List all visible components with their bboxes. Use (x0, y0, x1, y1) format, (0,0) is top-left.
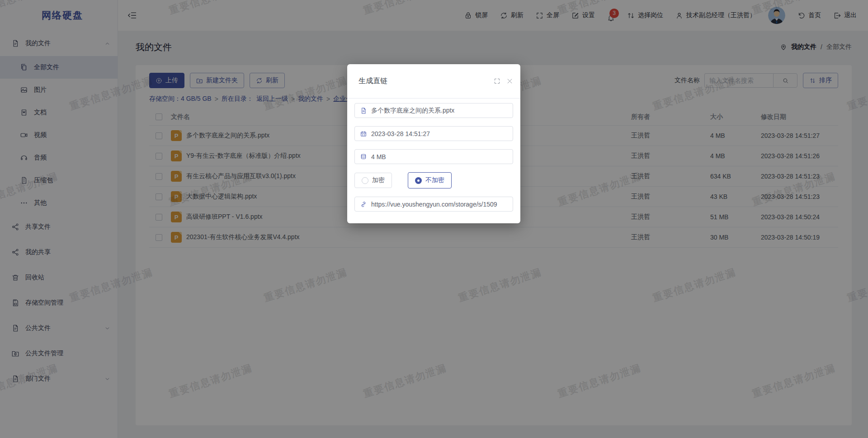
generate-link-modal: 生成直链 多个数字底座之间的关系.pptx 2023-03-28 14:51:2… (347, 64, 520, 223)
calendar-icon (360, 130, 367, 137)
encryption-options: 加密 不加密 (354, 172, 513, 188)
modal-header: 生成直链 (347, 64, 520, 99)
modal-close-button[interactable] (506, 78, 513, 85)
no-encrypt-radio[interactable]: 不加密 (408, 172, 452, 188)
modal-body: 多个数字底座之间的关系.pptx 2023-03-28 14:51:27 4 M… (347, 99, 520, 212)
radio-off-icon (362, 177, 368, 184)
modified-date-field[interactable]: 2023-03-28 14:51:27 (354, 126, 513, 141)
modal-fullscreen-button[interactable] (494, 78, 500, 85)
link-icon (360, 201, 367, 208)
encrypt-radio[interactable]: 加密 (354, 173, 392, 188)
close-icon (506, 78, 513, 85)
file-name-field[interactable]: 多个数字底座之间的关系.pptx (354, 103, 513, 118)
expand-icon (494, 78, 500, 85)
file-icon (360, 107, 367, 114)
direct-link-field[interactable]: https://vue.youshengyun.com/storage/s/15… (354, 197, 513, 212)
radio-on-icon (415, 177, 422, 184)
database-icon (360, 153, 367, 160)
modal-title: 生成直链 (359, 76, 387, 86)
file-size-field[interactable]: 4 MB (354, 149, 513, 164)
